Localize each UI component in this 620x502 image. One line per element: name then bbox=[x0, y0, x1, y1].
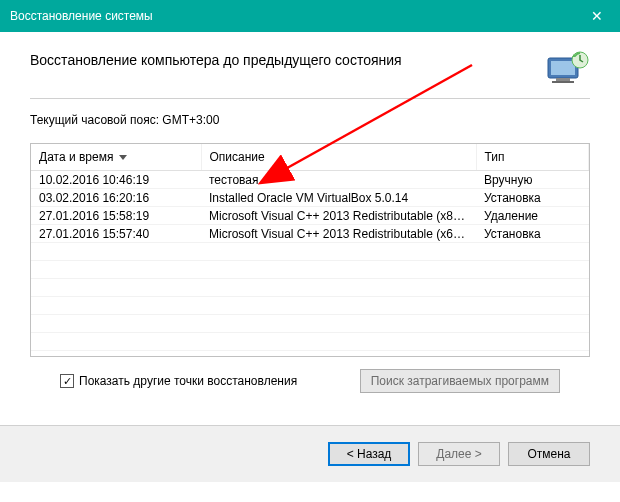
timezone-label: Текущий часовой пояс: GMT+3:00 bbox=[30, 113, 590, 127]
titlebar: Восстановление системы ✕ bbox=[0, 0, 620, 32]
cell-desc: тестовая bbox=[201, 171, 476, 189]
column-header-desc[interactable]: Описание bbox=[201, 144, 476, 171]
table-row[interactable]: 10.02.2016 10:46:19 тестовая Вручную bbox=[31, 171, 589, 189]
cell-type: Установка bbox=[476, 225, 589, 243]
show-more-checkbox-wrap[interactable]: ✓ Показать другие точки восстановления bbox=[60, 374, 360, 388]
table-row-empty bbox=[31, 243, 589, 261]
table-row-empty bbox=[31, 315, 589, 333]
cell-desc: Microsoft Visual C++ 2013 Redistributabl… bbox=[201, 207, 476, 225]
cell-date: 10.02.2016 10:46:19 bbox=[31, 171, 201, 189]
table-row-empty bbox=[31, 297, 589, 315]
back-button[interactable]: < Назад bbox=[328, 442, 410, 466]
footer: < Назад Далее > Отмена bbox=[0, 426, 620, 482]
table-row[interactable]: 27.01.2016 15:58:19 Microsoft Visual C++… bbox=[31, 207, 589, 225]
svg-rect-1 bbox=[551, 61, 575, 75]
table-row-empty bbox=[31, 279, 589, 297]
checkbox-icon: ✓ bbox=[60, 374, 74, 388]
page-title: Восстановление компьютера до предыдущего… bbox=[30, 50, 532, 68]
cell-date: 03.02.2016 16:20:16 bbox=[31, 189, 201, 207]
system-restore-icon bbox=[542, 50, 590, 86]
table-row-empty bbox=[31, 261, 589, 279]
column-header-date[interactable]: Дата и время bbox=[31, 144, 201, 171]
next-button: Далее > bbox=[418, 442, 500, 466]
cell-date: 27.01.2016 15:58:19 bbox=[31, 207, 201, 225]
table-row[interactable]: 27.01.2016 15:57:40 Microsoft Visual C++… bbox=[31, 225, 589, 243]
scan-affected-button: Поиск затрагиваемых программ bbox=[360, 369, 560, 393]
cell-date: 27.01.2016 15:57:40 bbox=[31, 225, 201, 243]
svg-rect-3 bbox=[552, 81, 574, 83]
cell-desc: Microsoft Visual C++ 2013 Redistributabl… bbox=[201, 225, 476, 243]
cell-type: Вручную bbox=[476, 171, 589, 189]
options-row: ✓ Показать другие точки восстановления П… bbox=[30, 357, 590, 405]
cancel-button[interactable]: Отмена bbox=[508, 442, 590, 466]
cell-type: Удаление bbox=[476, 207, 589, 225]
body: Текущий часовой пояс: GMT+3:00 Дата и вр… bbox=[0, 99, 620, 415]
cell-type: Установка bbox=[476, 189, 589, 207]
close-icon: ✕ bbox=[591, 8, 603, 24]
table-row-empty bbox=[31, 333, 589, 351]
show-more-label: Показать другие точки восстановления bbox=[79, 374, 297, 388]
table-row[interactable]: 03.02.2016 16:20:16 Installed Oracle VM … bbox=[31, 189, 589, 207]
restore-points-table: Дата и время Описание Тип 10.02.2016 10:… bbox=[31, 144, 589, 351]
window-title: Восстановление системы bbox=[10, 9, 574, 23]
svg-rect-2 bbox=[556, 78, 570, 81]
close-button[interactable]: ✕ bbox=[574, 0, 620, 32]
cell-desc: Installed Oracle VM VirtualBox 5.0.14 bbox=[201, 189, 476, 207]
header: Восстановление компьютера до предыдущего… bbox=[0, 32, 620, 98]
column-header-type[interactable]: Тип bbox=[476, 144, 589, 171]
restore-points-table-wrap: Дата и время Описание Тип 10.02.2016 10:… bbox=[30, 143, 590, 357]
